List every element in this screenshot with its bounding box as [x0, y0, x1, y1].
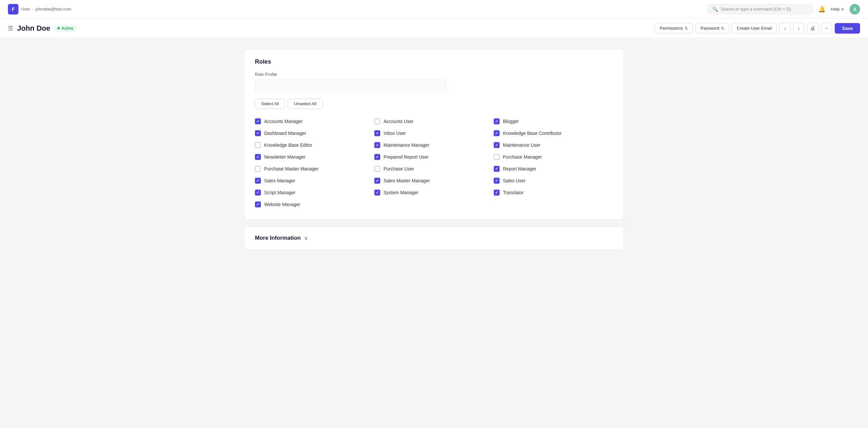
role-item: Sales User — [494, 175, 613, 187]
roles-card: Roles Role Profile Select All Unselect A… — [244, 49, 624, 220]
search-box[interactable]: 🔍 Search or type a command (Ctrl + G) — [707, 4, 813, 14]
role-checkbox[interactable] — [374, 154, 380, 160]
unselect-all-button[interactable]: Unselect All — [287, 99, 322, 109]
save-button[interactable]: Save — [835, 23, 860, 34]
more-options-button[interactable]: ··· — [821, 23, 832, 34]
role-checkbox[interactable] — [255, 118, 261, 124]
role-checkbox[interactable] — [494, 178, 500, 184]
role-label: Purchase User — [383, 166, 414, 172]
role-profile-input[interactable] — [255, 80, 446, 92]
help-button[interactable]: Help ∨ — [831, 7, 844, 11]
status-badge: Active — [54, 25, 76, 32]
status-label: Active — [61, 26, 73, 31]
breadcrumb-email[interactable]: johndoe@test.com — [36, 7, 71, 11]
role-item: Maintenance User — [494, 139, 613, 151]
roles-grid: Accounts ManagerDashboard ManagerKnowled… — [255, 115, 613, 210]
roles-column-2: BloggerKnowledge Base ContributorMainten… — [494, 115, 613, 210]
role-label: Sales User — [503, 178, 525, 183]
role-label: Inbox User — [383, 130, 406, 136]
prev-nav-button[interactable]: ‹ — [779, 23, 790, 34]
role-checkbox[interactable] — [494, 154, 500, 160]
role-item: Maintenance Manager — [374, 139, 494, 151]
app-logo: F — [8, 4, 19, 14]
role-checkbox[interactable] — [374, 130, 380, 136]
role-item: Sales Manager — [255, 175, 374, 187]
permissions-chevron-icon: ⇅ — [685, 26, 688, 31]
more-information-chevron-icon: ∨ — [304, 235, 308, 241]
role-item: Purchase Master Manager — [255, 163, 374, 175]
permissions-button[interactable]: Permissions ⇅ — [655, 23, 693, 33]
role-checkbox[interactable] — [494, 190, 500, 195]
role-checkbox[interactable] — [494, 118, 500, 124]
role-item: Accounts User — [374, 115, 494, 127]
top-nav: F User › johndoe@test.com 🔍 Search or ty… — [0, 0, 868, 19]
page-header: ☰ John Doe Active Permissions ⇅ Password… — [0, 19, 868, 38]
search-icon: 🔍 — [712, 7, 718, 12]
role-label: Sales Manager — [264, 178, 295, 183]
breadcrumb: User › johndoe@test.com — [21, 7, 71, 11]
nav-left: F User › johndoe@test.com — [8, 4, 71, 14]
more-information-title: More Information — [255, 235, 301, 241]
role-item: Newsletter Manager — [255, 151, 374, 163]
create-user-email-button[interactable]: Create User Email — [732, 23, 777, 33]
role-label: Accounts User — [383, 119, 413, 124]
role-checkbox[interactable] — [374, 142, 380, 148]
role-label: Newsletter Manager — [264, 154, 305, 160]
role-label: Maintenance Manager — [383, 143, 429, 148]
nav-right: 🔍 Search or type a command (Ctrl + G) 🔔 … — [707, 4, 860, 14]
role-checkbox[interactable] — [255, 130, 261, 136]
roles-title: Roles — [255, 58, 613, 65]
role-checkbox[interactable] — [374, 118, 380, 124]
role-checkbox[interactable] — [374, 166, 380, 172]
role-checkbox[interactable] — [255, 166, 261, 172]
role-checkbox[interactable] — [494, 166, 500, 172]
page-header-right: Permissions ⇅ Password ⇅ Create User Ema… — [655, 23, 860, 34]
breadcrumb-user[interactable]: User — [21, 7, 30, 11]
role-item: Knowledge Base Contributor — [494, 127, 613, 139]
page-title: John Doe — [17, 24, 50, 33]
role-label: Maintenance User — [503, 143, 540, 148]
role-label: Script Manager — [264, 190, 296, 195]
role-label: Dashboard Manager — [264, 130, 306, 136]
print-button[interactable]: 🖨 — [807, 23, 818, 34]
password-label: Password — [701, 26, 719, 31]
role-checkbox[interactable] — [374, 178, 380, 184]
help-chevron-icon: ∨ — [841, 7, 844, 11]
role-item: Prepared Report User — [374, 151, 494, 163]
next-nav-button[interactable]: › — [793, 23, 804, 34]
password-chevron-icon: ⇅ — [721, 26, 724, 31]
role-label: Blogger — [503, 119, 519, 124]
role-checkbox[interactable] — [374, 190, 380, 195]
role-item: Blogger — [494, 115, 613, 127]
roles-column-0: Accounts ManagerDashboard ManagerKnowled… — [255, 115, 374, 210]
role-checkbox[interactable] — [255, 142, 261, 148]
select-all-button[interactable]: Select All — [255, 99, 285, 109]
role-label: Accounts Manager — [264, 119, 303, 124]
notification-bell-icon[interactable]: 🔔 — [818, 6, 826, 13]
role-item: Purchase Manager — [494, 151, 613, 163]
password-button[interactable]: Password ⇅ — [695, 23, 729, 33]
role-checkbox[interactable] — [255, 190, 261, 195]
more-information-header[interactable]: More Information ∨ — [255, 235, 613, 241]
role-checkbox[interactable] — [255, 202, 261, 207]
avatar[interactable]: A — [849, 4, 860, 14]
status-dot — [57, 27, 60, 29]
role-label: Purchase Master Manager — [264, 166, 318, 172]
role-label: Report Manager — [503, 166, 536, 172]
role-label: Prepared Report User — [383, 154, 429, 160]
role-label: Website Manager — [264, 202, 300, 207]
role-item: Inbox User — [374, 127, 494, 139]
role-checkbox[interactable] — [255, 178, 261, 184]
role-item: Report Manager — [494, 163, 613, 175]
role-label: System Manager — [383, 190, 418, 195]
role-label: Sales Master Manager — [383, 178, 430, 183]
role-item: Knowledge Base Editor — [255, 139, 374, 151]
role-label: Translator — [503, 190, 524, 195]
role-checkbox[interactable] — [494, 142, 500, 148]
role-checkbox[interactable] — [255, 154, 261, 160]
role-checkbox[interactable] — [494, 130, 500, 136]
hamburger-icon[interactable]: ☰ — [8, 25, 13, 32]
role-item: Sales Master Manager — [374, 175, 494, 187]
role-item: Script Manager — [255, 187, 374, 198]
role-item: Dashboard Manager — [255, 127, 374, 139]
